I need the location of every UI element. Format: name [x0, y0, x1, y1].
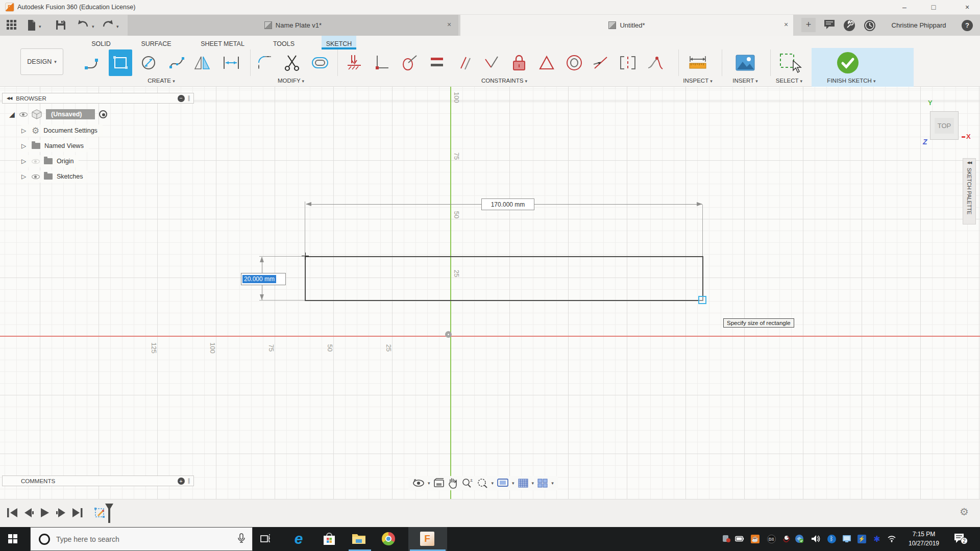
measure-tool-icon[interactable]: [686, 49, 709, 76]
display-settings-icon[interactable]: [497, 478, 509, 488]
expander-icon[interactable]: ▷: [21, 173, 28, 180]
modeling-canvas[interactable]: 125 100 75 50 25 100 75 50 25 170.000 mm…: [0, 87, 980, 499]
insert-image-icon[interactable]: [733, 49, 757, 76]
grid-caret-icon[interactable]: ▾: [532, 481, 534, 486]
visibility-off-eye-icon[interactable]: [32, 159, 40, 164]
group-label-modify[interactable]: MODIFY ▾: [278, 78, 304, 84]
edge-icon[interactable]: e: [291, 531, 306, 546]
line-tool-icon[interactable]: [81, 49, 104, 76]
action-center-icon[interactable]: 2: [953, 533, 967, 544]
origin-point[interactable]: [445, 331, 452, 338]
root-document-label[interactable]: (Unsaved): [46, 109, 95, 119]
group-label-insert[interactable]: INSERT ▾: [732, 78, 758, 84]
curvature-constraint-icon[interactable]: [645, 49, 667, 76]
group-label-inspect[interactable]: INSPECT ▾: [683, 78, 712, 84]
look-at-icon[interactable]: [433, 478, 445, 488]
visibility-eye-icon[interactable]: [32, 174, 40, 179]
browser-root-row[interactable]: ◢ (Unsaved): [9, 108, 107, 120]
job-status-gear-icon[interactable]: ⚙: [960, 506, 969, 518]
task-view-icon[interactable]: [258, 531, 273, 546]
undo-icon[interactable]: [77, 19, 89, 32]
java-icon[interactable]: ☕: [750, 534, 760, 543]
save-icon[interactable]: [55, 19, 67, 32]
panel-drag-handle[interactable]: ∥: [188, 95, 191, 102]
tray-app2-icon[interactable]: [782, 534, 791, 543]
bluetooth-icon[interactable]: ᛒ: [827, 534, 836, 543]
battery-icon[interactable]: [735, 534, 744, 543]
rectangle-left-edge[interactable]: [305, 256, 306, 301]
tangent-constraint-icon[interactable]: [399, 49, 420, 76]
add-comment-icon[interactable]: +: [178, 478, 185, 485]
taskbar-search-box[interactable]: Type here to search: [30, 527, 253, 551]
rectangle-tool-icon[interactable]: [109, 49, 132, 76]
viewports-icon[interactable]: [537, 478, 548, 488]
help-icon[interactable]: ?: [962, 20, 973, 31]
browser-panel-header[interactable]: ◀◀ BROWSER − ∥: [2, 93, 194, 104]
zoom-window-icon[interactable]: [476, 478, 488, 489]
active-corner-handle[interactable]: [698, 296, 706, 304]
perpendicular-constraint-icon[interactable]: [481, 49, 502, 76]
zoom-window-caret-icon[interactable]: ▾: [492, 481, 494, 486]
comment-bubble-icon[interactable]: [824, 19, 836, 32]
zoom-icon[interactable]: ±: [461, 478, 473, 489]
activate-component-icon[interactable]: [99, 110, 107, 118]
expander-icon[interactable]: ▷: [21, 158, 28, 165]
new-tab-button[interactable]: +: [801, 18, 816, 32]
display-caret-icon[interactable]: ▾: [512, 481, 514, 486]
browser-item-document-settings[interactable]: ▷ ⚙ Document Settings: [21, 124, 103, 137]
sync-status-icon[interactable]: [795, 534, 804, 543]
comments-panel-header[interactable]: COMMENTS + ∥: [2, 475, 194, 486]
fix-constraint-icon[interactable]: [508, 49, 530, 76]
browser-item-origin[interactable]: ▷ Origin: [21, 155, 79, 167]
timeline-go-to-start-button[interactable]: [6, 507, 18, 519]
undo-caret-icon[interactable]: ▾: [92, 24, 94, 29]
tab-solid[interactable]: SOLID: [88, 39, 114, 49]
equal-constraint-icon[interactable]: [426, 49, 448, 76]
group-label-finish-sketch[interactable]: FINISH SKETCH ▾: [827, 78, 875, 84]
grid-snap-icon[interactable]: [518, 478, 529, 488]
expand-palette-icon[interactable]: ◀◀: [967, 161, 972, 165]
tab-close-icon[interactable]: ×: [445, 21, 453, 29]
visibility-eye-icon[interactable]: [19, 112, 28, 117]
file-menu-icon[interactable]: [27, 19, 39, 32]
root-expander-icon[interactable]: ◢: [9, 110, 15, 118]
collapse-panel-icon[interactable]: ◀◀: [7, 96, 12, 101]
microphone-icon[interactable]: [238, 533, 245, 545]
expander-icon[interactable]: ▷: [21, 142, 28, 149]
tab-tools[interactable]: TOOLS: [270, 39, 298, 49]
rectangle-top-edge[interactable]: [305, 256, 703, 257]
user-name[interactable]: Christine Phippard: [883, 21, 954, 29]
timeline-go-to-end-button[interactable]: [71, 507, 84, 519]
rectangle-bottom-edge[interactable]: [305, 300, 703, 301]
document-tab-untitled[interactable]: Untitled*: [460, 15, 793, 36]
data-panel-icon[interactable]: [6, 19, 18, 32]
browser-item-named-views[interactable]: ▷ Named Views: [21, 140, 89, 152]
panel-drag-handle[interactable]: ∥: [188, 478, 191, 484]
tab-close-icon[interactable]: ×: [782, 21, 790, 29]
parallel-constraint-icon[interactable]: [454, 49, 475, 76]
symmetry-constraint-icon[interactable]: [617, 49, 639, 76]
close-button[interactable]: ×: [959, 1, 976, 13]
group-label-create[interactable]: CREATE ▾: [148, 78, 175, 84]
taskbar-clock[interactable]: 7:15 PM 10/27/2019: [901, 530, 947, 548]
file-menu-caret-icon[interactable]: ▾: [39, 24, 41, 29]
finish-sketch-icon[interactable]: [836, 49, 860, 76]
timeline-step-forward-button[interactable]: [55, 507, 67, 519]
browser-item-sketches[interactable]: ▷ Sketches: [21, 170, 88, 183]
timeline-sketch-feature[interactable]: [94, 503, 114, 525]
file-explorer-icon[interactable]: [351, 531, 366, 546]
start-button[interactable]: [5, 531, 20, 546]
circle-tool-icon[interactable]: [137, 49, 160, 76]
volume-icon[interactable]: [811, 534, 820, 543]
trim-tool-icon[interactable]: [280, 49, 304, 76]
collinear-constraint-icon[interactable]: [590, 49, 611, 76]
workspace-selector[interactable]: DESIGN ▾: [20, 48, 63, 75]
maximize-button[interactable]: □: [925, 1, 942, 13]
timeline-play-button[interactable]: [39, 507, 51, 519]
tab-sketch[interactable]: SKETCH: [323, 39, 355, 49]
remote-desktop-icon[interactable]: [842, 534, 851, 543]
coincident-constraint-icon[interactable]: [371, 49, 393, 76]
rectangle-right-edge[interactable]: [702, 256, 703, 301]
horizontal-vertical-constraint-icon[interactable]: [344, 49, 365, 76]
tab-surface[interactable]: SURFACE: [138, 39, 174, 49]
